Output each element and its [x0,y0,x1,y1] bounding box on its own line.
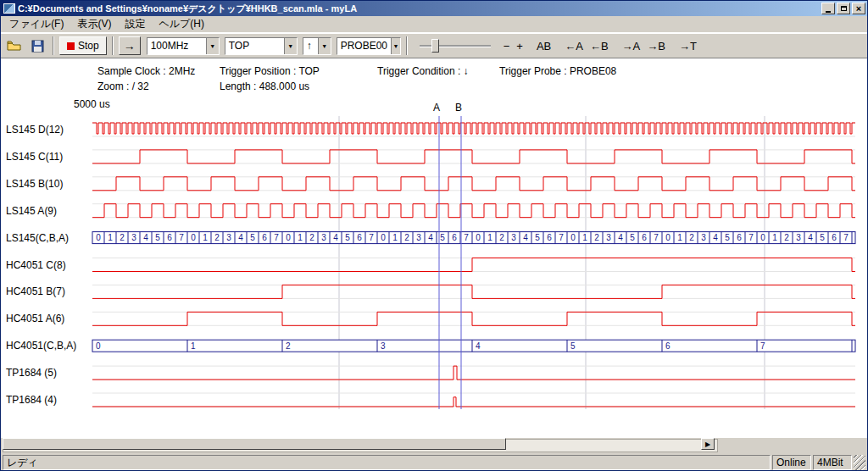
bus-value: 1 [203,233,208,242]
bus-value: 1 [298,233,303,242]
zoom-slider-track[interactable] [420,45,491,47]
menu-view[interactable]: 表示(V) [70,15,118,33]
zoom-in-button[interactable]: + [513,38,526,54]
waveform-trace [92,312,855,325]
horizontal-scrollbar[interactable]: ▶ [1,438,867,453]
chevron-down-icon[interactable]: ▼ [284,38,297,54]
bus-value: 3 [606,233,611,242]
channel-row: LS145(C,B,A)0123456701234567012345670123… [6,232,855,244]
bus-value: 0 [760,233,765,242]
channel-label: HC4051 C(8) [6,259,66,271]
bus-value: 6 [642,233,647,242]
next-a-button[interactable]: →A [619,38,644,54]
bus-value: 5 [440,233,445,242]
bus-value: 4 [238,233,243,242]
close-button[interactable]: × [852,3,865,14]
waveform-trace [92,123,855,134]
bus-value: 7 [559,233,564,242]
toolbar: Stop → 100MHz▼TOP▼↑▼PROBE00▼ −+AB←A←B→A→… [1,33,867,58]
prev-a-button[interactable]: ←A [561,38,587,54]
bus-value: 3 [796,233,801,242]
waveform-trace [92,258,855,272]
bus-value: 2 [214,233,220,242]
minimize-icon [826,11,831,13]
bus-value: 5 [535,233,540,242]
channel-row: TP1684 (5) [6,366,855,380]
status-online: Online [772,455,811,470]
chevron-down-icon[interactable]: ▼ [206,38,219,54]
menu-settings[interactable]: 設定 [118,15,152,33]
bus-value: 5 [345,233,350,242]
waveform-trace [92,366,855,380]
bus-value: 6 [262,233,267,242]
bus-value: 7 [654,233,659,242]
chevron-down-icon[interactable]: ▼ [391,38,400,54]
bus-value: 3 [701,233,706,242]
trigger-probe-dropdown[interactable]: PROBE00▼ [337,37,401,55]
bus-value: 4 [808,233,813,242]
toolbar-separator [406,36,408,55]
marker-ab-button[interactable]: AB [533,38,554,54]
channel-label: LS145 C(11) [6,151,63,163]
trigger-edge-dropdown[interactable]: ↑▼ [303,37,331,55]
menu-help[interactable]: ヘルプ(H) [152,15,211,33]
open-file-button[interactable] [4,36,25,55]
channel-label: LS145(C,B,A) [6,232,69,244]
channel-label: HC4051 A(6) [6,313,64,324]
toolbar-dropdowns: 100MHz▼TOP▼↑▼PROBE00▼ [147,37,401,55]
menu-file[interactable]: ファイル(F) [3,15,70,33]
status-ready: レディ [3,455,771,470]
next-b-button[interactable]: →B [643,38,669,54]
bus-value: 2 [499,233,504,242]
prev-b-button[interactable]: ←B [587,38,612,54]
channel-row: TP1684 (4) [6,393,855,407]
bus-value: 7 [843,233,849,242]
bus-value: 4 [618,233,623,242]
bus-value: 7 [464,233,469,242]
trigger-position-dropdown[interactable]: TOP▼ [225,37,298,55]
bus-value: 2 [120,233,125,242]
zoom-out-button[interactable]: − [500,38,514,54]
bus-value: 7 [274,233,279,242]
maximize-button[interactable] [837,3,850,14]
run-button[interactable]: → [119,36,141,55]
channel-label: HC4051 B(7) [6,285,65,297]
minimize-button[interactable] [821,3,835,14]
bus-value: 0 [191,233,196,242]
bus-value: 7 [760,341,765,351]
zoom-slider-thumb[interactable] [431,39,439,53]
goto-trigger-button[interactable]: →T [676,38,700,54]
stop-button[interactable]: Stop [59,36,107,55]
sample-rate-dropdown[interactable]: 100MHz▼ [147,37,220,55]
app-window: C:¥Documents and Settings¥noname¥デスクトップ¥… [0,0,868,471]
bus-value: 5 [820,233,825,242]
bus-value: 1 [108,233,113,242]
bus-value: 7 [369,233,374,242]
scrollbar-thumb[interactable] [3,438,506,450]
menu-bar: ファイル(F)表示(V)設定ヘルプ(H) [1,16,867,33]
waveform-display[interactable]: 5000 usLS145 D(12)LS145 C(11)LS145 B(10)… [1,58,867,438]
waveform-trace [92,150,855,163]
bus-value: 0 [96,341,101,351]
bus-value: 2 [286,341,291,351]
waveform-trace [92,397,855,407]
close-icon: × [856,4,861,14]
channel-row: HC4051 A(6) [6,312,855,325]
scrollbar-right-arrow[interactable]: ▶ [701,438,715,450]
chevron-down-icon[interactable]: ▼ [318,38,331,54]
zoom-slider[interactable] [416,36,494,55]
bus-value: 3 [381,341,386,351]
save-file-button[interactable] [27,36,47,55]
status-bar: レディ Online 4MBit [1,453,867,471]
bus-value: 4 [143,233,148,242]
channel-row: HC4051 B(7) [6,285,855,298]
marker-b-label: B [455,102,462,114]
resize-grip[interactable] [854,455,865,470]
bus-value: 4 [476,341,481,351]
channel-label: LS145 D(12) [6,124,64,136]
bus-value: 6 [665,341,670,351]
bus-outline [92,340,855,352]
bus-value: 6 [737,233,742,242]
channel-label: TP1684 (4) [6,394,57,406]
bus-value: 0 [96,233,101,242]
